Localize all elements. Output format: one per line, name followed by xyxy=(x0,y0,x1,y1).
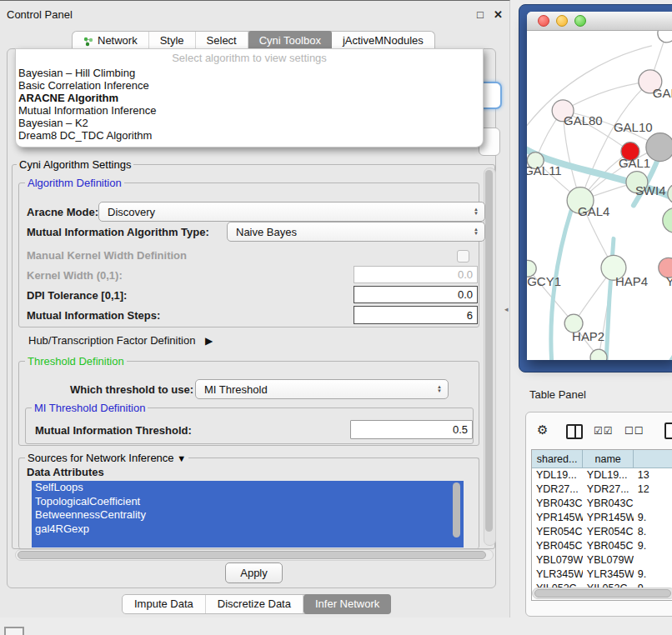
network-view-window: GALGAL80GAL10GAL1GAL11SWI4GAL4GCY1HAP4YH… xyxy=(527,12,672,360)
settings-scrollbar[interactable] xyxy=(484,168,496,546)
network-node-label: SWI4 xyxy=(635,183,666,198)
algorithm-definition-title: Algorithm Definition xyxy=(25,177,124,189)
aracne-mode-combo[interactable]: Discovery ▲▼ xyxy=(98,202,485,222)
panel-divider-handle[interactable]: ◂ xyxy=(504,305,509,313)
settings-hscrollbar[interactable] xyxy=(15,549,494,561)
network-node[interactable] xyxy=(668,184,672,204)
tab-jactivemnodules[interactable]: jActiveMNodules xyxy=(332,32,434,50)
algorithm-dropdown-placeholder: Select algorithm to view settings xyxy=(16,52,483,67)
select-all-icon[interactable]: ☑☑ xyxy=(594,425,614,437)
network-node[interactable] xyxy=(663,208,672,232)
control-panel-tabstrip: Network Style Select Cyni Toolbox jActiv… xyxy=(72,31,435,50)
table-panel-title: Table Panel xyxy=(529,388,586,401)
float-window-icon[interactable]: □ xyxy=(477,9,484,21)
kernel-width-label: Kernel Width (0,1): xyxy=(27,269,123,282)
collapse-arrow-icon: ▼ xyxy=(177,453,186,463)
network-node-label: GAL1 xyxy=(619,156,650,170)
network-node-label: GAL xyxy=(653,86,672,100)
tab-impute-data[interactable]: Impute Data xyxy=(123,595,206,613)
attr-list-scrollbar[interactable] xyxy=(453,482,460,538)
algorithm-option[interactable]: Bayesian – Hill Climbing xyxy=(16,67,483,79)
close-traffic-light-icon[interactable] xyxy=(538,15,549,27)
table-row[interactable]: YBR043CYBR043C xyxy=(532,497,672,511)
dpi-tolerance-label: DPI Tolerance [0,1]: xyxy=(27,289,127,302)
gear-icon[interactable]: ⚙ xyxy=(537,422,548,438)
column-header-name[interactable]: name xyxy=(583,450,634,468)
network-node[interactable] xyxy=(658,31,672,42)
column-header-shared-name[interactable]: shared... xyxy=(532,450,583,468)
column-header-partial[interactable] xyxy=(634,450,672,468)
network-node-label: HAP4 xyxy=(615,274,648,288)
node-table: shared... name YDL19...YDL19...13YDR27..… xyxy=(531,449,672,601)
data-attribute-item[interactable]: gal4RGexp xyxy=(32,522,464,537)
columns-icon[interactable] xyxy=(566,424,583,439)
network-icon xyxy=(83,34,93,49)
table-row[interactable]: YDL19...YDL19...13 xyxy=(532,468,672,482)
algorithm-option-list: Bayesian – Hill ClimbingBasic Correlatio… xyxy=(16,67,483,142)
apply-button[interactable]: Apply xyxy=(225,562,283,583)
network-node-label: GAL11 xyxy=(527,163,562,178)
hub-definition-toggle[interactable]: Hub/Transcription Factor Definition ▶ xyxy=(28,334,213,347)
table-row[interactable]: YPR145WYPR145W9. xyxy=(532,511,672,525)
close-icon[interactable]: ✕ xyxy=(494,9,503,21)
table-row[interactable]: YBR045CYBR045C9. xyxy=(532,539,672,553)
table-hscrollbar[interactable] xyxy=(532,588,672,599)
algorithm-option[interactable]: Mutual Information Inference xyxy=(16,104,483,117)
control-panel-window: Control Panel □ ✕ Network Style Select C… xyxy=(0,0,510,618)
network-window-titlebar[interactable] xyxy=(527,12,672,31)
table-row[interactable]: YDR27...YDR27...12 xyxy=(532,482,672,497)
combo-stepper-icon: ▲▼ xyxy=(474,228,484,236)
table-header-row: shared... name xyxy=(532,450,672,468)
export-table-icon[interactable] xyxy=(664,422,672,439)
network-node-label: HAP2 xyxy=(572,329,604,343)
algorithm-option[interactable]: ARACNE Algorithm xyxy=(16,92,483,104)
data-attributes-label: Data Attributes xyxy=(27,466,104,478)
data-attribute-item[interactable]: TopologicalCoefficient xyxy=(32,495,464,509)
combo-stepper-icon: ▲▼ xyxy=(474,208,484,216)
network-node-label: GCY1 xyxy=(527,274,561,288)
algorithm-option[interactable]: Dream8 DC_TDC Algorithm xyxy=(16,129,483,142)
sources-group-title[interactable]: Sources for Network Inference ▼ xyxy=(25,452,188,464)
network-node-label: GAL80 xyxy=(564,113,603,128)
which-threshold-combo[interactable]: MI Threshold ▲▼ xyxy=(195,379,449,399)
tab-cyni-toolbox[interactable]: Cyni Toolbox xyxy=(248,31,332,50)
data-attribute-item[interactable]: BetweennessCentrality xyxy=(32,508,464,522)
manual-kernel-checkbox[interactable] xyxy=(457,250,469,262)
bottom-tabstrip: Impute Data Discretize Data Infer Networ… xyxy=(122,594,391,614)
mi-threshold-label: Mutual Information Threshold: xyxy=(35,424,192,437)
unselect-all-icon[interactable]: ☐☐ xyxy=(624,425,644,437)
minimized-panel-icon[interactable] xyxy=(4,627,24,635)
table-row[interactable]: YLR345WYLR345W9. xyxy=(532,568,672,582)
zoom-traffic-light-icon[interactable] xyxy=(574,15,586,27)
mi-threshold-group-title: MI Threshold Definition xyxy=(32,402,148,414)
tab-network[interactable]: Network xyxy=(73,32,149,50)
tab-style[interactable]: Style xyxy=(149,32,196,50)
threshold-definition-title: Threshold Definition xyxy=(25,355,127,368)
dpi-tolerance-field[interactable]: 0.0 xyxy=(354,286,478,303)
mi-steps-field[interactable]: 6 xyxy=(354,306,478,324)
control-panel-title: Control Panel xyxy=(7,8,73,21)
network-node-label: Y xyxy=(666,274,672,288)
mi-algorithm-type-combo[interactable]: Naive Bayes ▲▼ xyxy=(227,222,485,242)
data-attribute-item[interactable]: SelfLoops xyxy=(32,481,464,495)
algorithm-option[interactable]: Basic Correlation Inference xyxy=(16,79,483,92)
aracne-mode-label: Aracne Mode: xyxy=(27,206,98,218)
network-node-label: GAL10 xyxy=(614,120,653,134)
mi-steps-label: Mutual Information Steps: xyxy=(27,309,160,322)
mi-threshold-field[interactable]: 0.5 xyxy=(350,420,473,439)
network-canvas[interactable]: GALGAL80GAL10GAL1GAL11SWI4GAL4GCY1HAP4YH… xyxy=(527,31,672,360)
network-edges-thick xyxy=(527,148,672,360)
table-row[interactable]: YBL079WYBL079W xyxy=(532,553,672,568)
minimize-traffic-light-icon[interactable] xyxy=(556,15,568,27)
kernel-width-field[interactable]: 0.0 xyxy=(354,266,478,283)
which-threshold-label: Which threshold to use: xyxy=(70,383,193,396)
tab-infer-network[interactable]: Infer Network xyxy=(303,594,391,614)
table-body: YDL19...YDL19...13YDR27...YDR27...12YBR0… xyxy=(532,468,672,596)
mi-algorithm-type-label: Mutual Information Algorithm Type: xyxy=(27,226,209,238)
expand-arrow-icon: ▶ xyxy=(205,335,213,347)
tab-discretize-data[interactable]: Discretize Data xyxy=(206,595,303,613)
tab-select[interactable]: Select xyxy=(196,32,248,50)
algorithm-option[interactable]: Bayesian – K2 xyxy=(16,117,483,129)
table-row[interactable]: YER054CYER054C8. xyxy=(532,525,672,539)
manual-kernel-label: Manual Kernel Width Definition xyxy=(27,249,187,262)
